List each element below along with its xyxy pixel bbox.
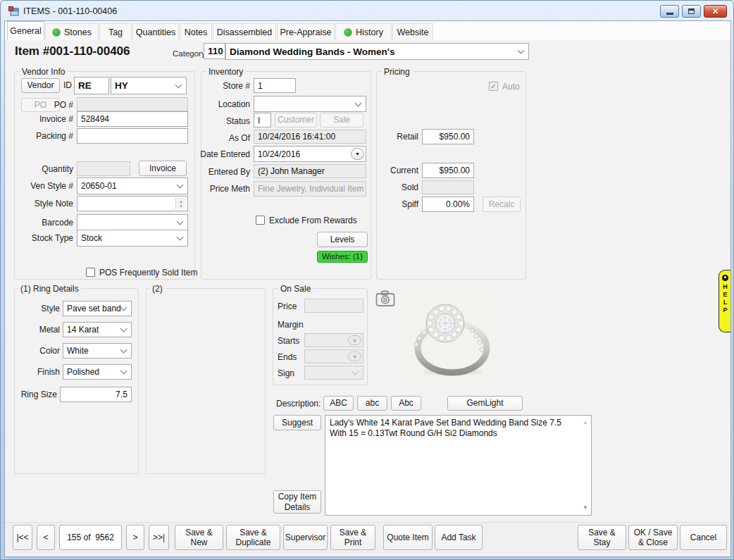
save-and-new-button[interactable]: Save & New	[175, 525, 223, 550]
packing-number-field[interactable]	[77, 128, 188, 144]
category-select[interactable]: Diamond Wedding Bands - Women's	[225, 43, 529, 60]
ok-save-close-button[interactable]: OK / Save & Close	[628, 525, 678, 550]
color-select[interactable]: White	[63, 343, 132, 359]
current-field[interactable]: $950.00	[422, 163, 474, 178]
suggest-button[interactable]: Suggest	[273, 415, 321, 430]
titlecase-button[interactable]: Abc	[391, 396, 421, 411]
nav-last-button[interactable]: >>|	[149, 525, 169, 550]
invoice-number-label: Invoice #	[6, 114, 73, 124]
tab-notes[interactable]: Notes	[180, 23, 212, 40]
close-icon: ✕	[712, 7, 719, 16]
starts-label: Starts	[278, 336, 299, 346]
ring-size-field[interactable]: 7.5	[60, 387, 132, 402]
scroll-down-icon[interactable]: ▼	[583, 505, 588, 511]
save-and-stay-button[interactable]: Save & Stay	[578, 525, 626, 550]
add-task-button[interactable]: Add Task	[435, 525, 483, 550]
finish-label: Finish	[9, 367, 60, 377]
category-label: Category	[173, 49, 206, 58]
inventory-group-label: Inventory	[206, 67, 245, 77]
spinner-control[interactable]: ▲ ▼	[175, 198, 186, 209]
dropdown-arrow-icon: ▼	[352, 354, 357, 359]
dropdown-arrow-icon: ▼	[355, 151, 360, 156]
close-button[interactable]: ✕	[704, 5, 727, 18]
stock-type-select[interactable]: Stock	[77, 230, 188, 247]
spinner-down-icon: ▼	[179, 204, 183, 209]
sale-button[interactable]: Sale	[320, 113, 363, 127]
customer-button[interactable]: Customer	[275, 113, 317, 127]
camera-icon[interactable]	[375, 290, 395, 308]
date-entered-field[interactable]: 10/24/2016 ▼	[254, 146, 366, 162]
style-select[interactable]: Pave set band	[63, 301, 132, 316]
copy-item-details-button[interactable]: Copy Item Details	[273, 490, 321, 514]
tab-stones[interactable]: Stones	[45, 23, 99, 40]
metal-select[interactable]: 14 Karat	[63, 322, 132, 337]
calendar-dropdown-button[interactable]: ▼	[348, 335, 361, 345]
gemlight-button[interactable]: GemLight	[447, 396, 523, 411]
store-number-field[interactable]: 1	[254, 78, 296, 93]
record-position-field[interactable]: 155 of 9562	[59, 525, 122, 550]
nav-first-button[interactable]: |<<	[13, 525, 32, 550]
supervisor-button[interactable]: Supervisor	[283, 525, 328, 550]
sign-label: Sign	[278, 368, 294, 378]
pos-frequently-sold-checkbox[interactable]	[86, 268, 95, 277]
quantity-field[interactable]	[77, 161, 130, 176]
style-note-field[interactable]: ▲ ▼	[77, 196, 188, 211]
tab-label: Stones	[64, 27, 92, 37]
cancel-button[interactable]: Cancel	[680, 525, 727, 550]
page-title: Item #001-110-00406	[15, 44, 130, 58]
tab-tag[interactable]: Tag	[99, 23, 132, 40]
ring-photo[interactable]	[397, 288, 500, 382]
auto-checkbox[interactable]: ✓	[489, 82, 498, 91]
tab-history[interactable]: History	[335, 23, 392, 40]
wishes-button[interactable]: Wishes: (1)	[317, 251, 368, 263]
price-method-select[interactable]: Fine Jewelry, Individual Item	[254, 181, 366, 197]
scroll-up-icon[interactable]: ▲	[583, 420, 588, 425]
tab-website[interactable]: Website	[392, 23, 433, 40]
status-field[interactable]: I	[254, 113, 271, 127]
ring-details-2-group-label: (2)	[150, 284, 165, 294]
price-method-label: Price Meth	[187, 184, 250, 194]
help-tab[interactable]: HELP	[719, 270, 730, 332]
save-and-duplicate-button[interactable]: Save & Duplicate	[226, 525, 280, 550]
vendor-style-select[interactable]: 20650-01	[77, 178, 188, 194]
starts-field[interactable]: ▼	[304, 333, 363, 347]
location-select[interactable]	[254, 96, 366, 112]
lowercase-button[interactable]: abc	[357, 396, 387, 411]
quote-item-button[interactable]: Quote Item	[383, 525, 433, 550]
retail-field[interactable]: $950.00	[422, 129, 474, 144]
chevron-down-icon	[518, 47, 525, 54]
uppercase-button[interactable]: ABC	[323, 396, 354, 411]
calendar-dropdown-button[interactable]: ▼	[348, 351, 361, 361]
current-label: Current	[357, 166, 418, 175]
invoice-button[interactable]: Invoice	[139, 161, 187, 176]
sale-price-field[interactable]	[304, 299, 363, 313]
save-and-print-button[interactable]: Save & Print	[330, 525, 375, 550]
description-textarea[interactable]: Lady's White 14 Karat Pave Set Band Wedd…	[325, 415, 592, 516]
sign-select[interactable]	[304, 366, 363, 380]
vendor-id-field[interactable]: RE	[74, 77, 109, 94]
spiff-field[interactable]: 0.00%	[422, 197, 474, 212]
nav-next-button[interactable]: >	[126, 525, 144, 550]
tab-disassembled[interactable]: Disassembled	[213, 23, 276, 40]
tab-quantities[interactable]: Quantities	[132, 23, 179, 40]
tab-general[interactable]: General	[7, 21, 44, 40]
invoice-number-field[interactable]: 528494	[77, 111, 188, 127]
vendor-name-select[interactable]: HY	[111, 77, 187, 94]
tab-pre-appraise[interactable]: Pre-Appraise	[277, 23, 335, 40]
category-code-field[interactable]: 110	[204, 43, 225, 59]
exclude-rewards-checkbox[interactable]	[256, 216, 265, 225]
recalc-button[interactable]: Recalc	[483, 197, 521, 212]
entered-by-field: (2) John Manager	[254, 164, 366, 178]
finish-select[interactable]: Polished	[63, 364, 132, 380]
minimize-button[interactable]	[660, 5, 679, 18]
ends-field[interactable]: ▼	[304, 349, 363, 363]
nav-prev-button[interactable]: <	[37, 525, 55, 550]
barcode-select[interactable]	[77, 214, 188, 231]
maximize-button[interactable]	[682, 5, 701, 18]
calendar-dropdown-button[interactable]: ▼	[351, 148, 364, 160]
vendor-style-value: 20650-01	[81, 181, 117, 191]
po-number-field[interactable]	[77, 97, 188, 111]
levels-button[interactable]: Levels	[317, 232, 368, 247]
maximize-icon	[688, 8, 695, 14]
vendor-id-label: ID	[54, 80, 72, 90]
